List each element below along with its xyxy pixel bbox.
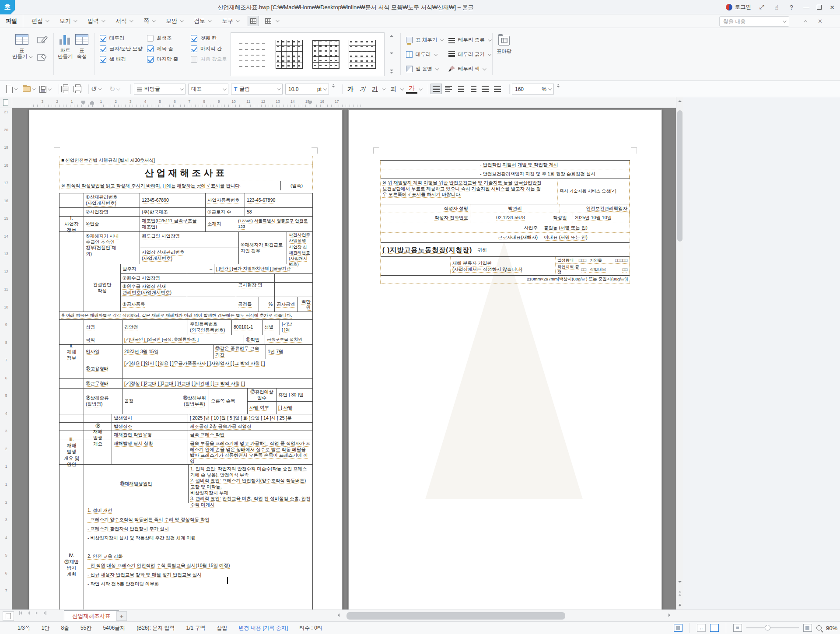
align-divide-button[interactable] — [492, 84, 503, 94]
find-input[interactable]: 찾을 내용 — [719, 16, 789, 27]
checkbox-last-row[interactable]: 마지막 줄 — [147, 56, 178, 63]
checkbox-last-column[interactable]: 마지막 칸 — [191, 46, 227, 52]
field-value[interactable]: [✓]정상 [ ]2교대 [ ]3교대 [ ]4교대 [ ]시간제 [ ]그 밖… — [122, 379, 312, 388]
page-layout-view-button[interactable] — [674, 624, 682, 632]
checkbox-char-shape[interactable]: 글자/문단 모양 — [100, 46, 142, 52]
login-button[interactable]: 로그인 — [726, 4, 752, 11]
expand-window-icon[interactable]: ⤢ — [757, 4, 766, 11]
full-page-view-button[interactable] — [710, 624, 719, 632]
style-set-select[interactable]: 대표 — [188, 84, 228, 95]
border-kind-button[interactable]: 테두리 종류 — [448, 37, 490, 43]
paragraph-style-select[interactable]: 바탕글 — [134, 84, 186, 95]
document-page-1[interactable]: ■ 산업안전보건법 시행규칙 [별지 제30호서식] 산업재해조사표 ※ 뒤쪽의… — [29, 109, 343, 609]
menu-file[interactable]: 파일 — [0, 14, 23, 28]
font-size-input[interactable]: 10.0 pt — [285, 84, 329, 95]
plan-continued-line[interactable]: - 안전작업 지침서 개발 및 작업장 게시 — [478, 161, 630, 169]
editor-zoom-input[interactable]: 160 % — [512, 84, 554, 95]
close-button[interactable]: ✕ — [828, 4, 836, 11]
underline-button[interactable]: 가 — [369, 84, 385, 95]
align-justify-button[interactable] — [430, 84, 442, 94]
border-color-button[interactable]: 테두리 색 — [448, 66, 485, 72]
zoom-in-page-icon[interactable] — [803, 624, 812, 632]
field-value[interactable]: – — [187, 264, 214, 273]
field-value[interactable]: (12345) 서울특별시 영등포구 안전로 123 — [236, 217, 312, 231]
field-value[interactable]: 휴업 [ 30 ]일 — [276, 389, 312, 401]
field-value[interactable]: [ 2025 ]년 [ 10 ]월 [ 5 ]일 [ 화 ]요일 [ 14 ]시… — [188, 414, 312, 422]
field-value[interactable]: 금속 프레스 작업 — [188, 431, 312, 439]
code-boxes[interactable]: □□ — [581, 267, 586, 272]
horizontal-ruler[interactable]: 321 1234567891011121314151617 — [12, 97, 676, 108]
minimize-button[interactable]: — — [802, 4, 811, 11]
make-chart-button[interactable]: 차트 만들기 — [58, 34, 73, 60]
table-layout-button[interactable] — [262, 16, 274, 26]
field-value[interactable]: 1년 7월 — [266, 345, 312, 359]
maximize-button[interactable] — [817, 5, 822, 10]
help-icon[interactable]: ? — [787, 4, 796, 11]
align-left-button[interactable] — [443, 84, 454, 94]
menu-view[interactable]: 보기 — [54, 14, 82, 28]
field-value[interactable]: 123-45-67890 — [245, 193, 312, 207]
char-spacing-button[interactable]: 과 — [388, 84, 403, 95]
horizontal-scroll-thumb[interactable] — [346, 612, 565, 620]
zoom-slider-knob[interactable] — [765, 625, 770, 630]
field-value[interactable]: 금속 부품을 프레스기에 넣고 가공하는 작업 중 작업자가 프레스기 안에 손… — [188, 439, 312, 464]
document-tab[interactable]: 산업재해조사표 — [64, 610, 119, 622]
table-style-thumbnail[interactable] — [276, 40, 303, 69]
field-value[interactable] — [275, 283, 312, 297]
menu-tools[interactable]: 도구 — [216, 14, 244, 28]
chevron-down-icon[interactable] — [276, 18, 279, 22]
erase-table-button[interactable] — [37, 53, 48, 63]
previous-tab-icon[interactable] — [26, 611, 30, 615]
menu-security[interactable]: 보안 — [160, 14, 188, 28]
checkbox-header-row[interactable]: 제목 줄 — [147, 46, 178, 52]
table-properties-button[interactable]: 표 속성 — [75, 34, 88, 60]
last-tab-icon[interactable] — [44, 611, 46, 615]
table-fill-button[interactable]: 표 채우기 — [406, 37, 443, 43]
document-area[interactable]: ■ 산업안전보건법 시행규칙 [별지 제30호서식] 산업재해조사표 ※ 뒤쪽의… — [12, 108, 676, 609]
print-preview-button[interactable] — [74, 84, 81, 95]
open-document-button[interactable] — [23, 84, 35, 95]
field-value[interactable]: 58 — [245, 208, 312, 216]
plan-continued-line[interactable]: - 안전보건관리책임자 지정 및 주 1회 현장 순회점검 실시 — [478, 169, 630, 179]
menu-edit[interactable]: 편집 — [26, 14, 54, 28]
menu-format[interactable]: 서식 — [110, 14, 138, 28]
touch-mode-icon[interactable]: ☝ — [772, 4, 781, 11]
code-boxes[interactable]: □□ — [623, 267, 627, 272]
align-right-button[interactable] — [467, 84, 479, 94]
checkbox-grayscale[interactable]: 회색조 — [147, 35, 178, 42]
field-value[interactable]: 2025년 10월 10일 — [573, 213, 630, 223]
ruler-corner-page-icon[interactable] — [3, 99, 8, 106]
field-value[interactable]: 800101-1 — [232, 320, 262, 335]
font-size-stepper[interactable] — [332, 84, 335, 87]
field-value[interactable] — [187, 274, 236, 282]
fit-width-view-button[interactable]: ↔ — [697, 624, 706, 632]
redo-button[interactable]: ↻ — [109, 84, 119, 95]
previous-page-button[interactable] — [676, 589, 683, 597]
scroll-up-icon[interactable] — [676, 97, 683, 105]
field-value[interactable]: [✓]남 [ ]여 — [280, 320, 312, 335]
gallery-scroll-up-icon[interactable] — [390, 35, 393, 37]
field-value[interactable]: (주)한국제조 — [140, 208, 206, 216]
field-value[interactable]: 2023년 3월 15일 — [122, 345, 214, 359]
undo-button[interactable]: ↺ — [91, 84, 101, 95]
vertical-scroll-thumb[interactable] — [677, 110, 682, 242]
menu-insert[interactable]: 입력 — [82, 14, 110, 28]
gallery-scroll-down-icon[interactable] — [390, 53, 393, 54]
field-value[interactable]: 홍길동 (서명 또는 인) — [542, 223, 630, 232]
field-value[interactable]: 1. 설비 개선 - 프레스기 양수조작식 작동버튼 즉시 수리 및 정상작동 … — [84, 503, 312, 609]
save-button[interactable] — [39, 84, 50, 95]
hscroll-left-icon[interactable] — [335, 611, 342, 619]
field-value[interactable]: 오른쪽 손목 — [209, 389, 248, 414]
table-madang-button[interactable]: 표마당 — [497, 36, 512, 54]
split-view-icon[interactable] — [3, 611, 14, 621]
zoom-slider[interactable] — [746, 627, 799, 628]
vertical-scrollbar[interactable] — [676, 97, 683, 609]
font-select[interactable]: T굴림 — [231, 84, 283, 95]
app-logo-icon[interactable]: 호 — [0, 0, 15, 14]
magnifier-icon[interactable] — [816, 625, 822, 630]
vertical-ruler[interactable]: 212019181716151413121110987654321 123456… — [0, 108, 12, 609]
field-value[interactable]: 1. 인적 요인: 작업자의 안전수칙 미준수(작동 중인 프레스기에 손 넣음… — [189, 465, 312, 503]
checkbox-first-column[interactable]: 첫째 칸 — [191, 35, 227, 42]
scroll-down-icon[interactable] — [676, 578, 683, 586]
field-value[interactable]: 제조업(C25111 금속구조물 제조업) — [140, 217, 206, 231]
